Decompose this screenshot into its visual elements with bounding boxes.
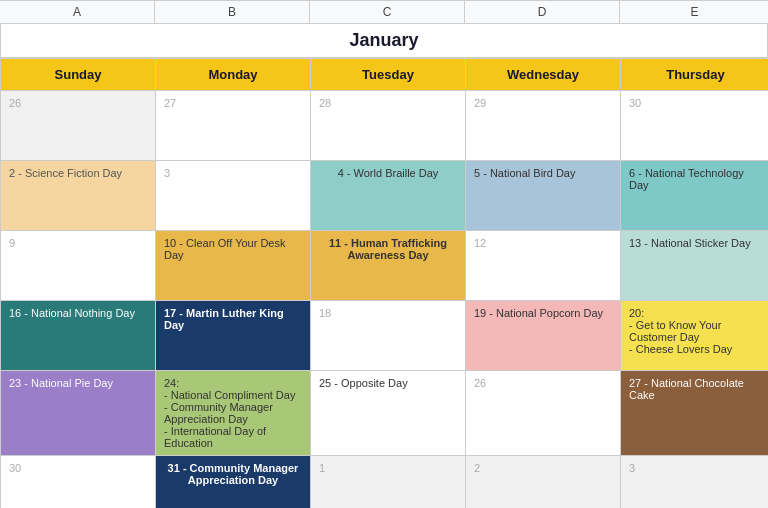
cell-jan13: 13 - National Sticker Day <box>621 231 768 301</box>
col-header-c: C <box>310 0 465 23</box>
cell-jan31: 31 - Community Manager Appreciation Day <box>156 456 311 508</box>
col-header-d: D <box>465 0 620 23</box>
month-title-row: January <box>0 24 768 58</box>
cell-feb3: 3 <box>621 456 768 508</box>
cell-jan26: 26 <box>466 371 621 456</box>
cell-jan19: 19 - National Popcorn Day <box>466 301 621 371</box>
cell-jan4: 4 - World Braille Day <box>311 161 466 231</box>
cell-jan17: 17 - Martin Luther King Day <box>156 301 311 371</box>
col-header-b: B <box>155 0 310 23</box>
cell-jan5: 5 - National Bird Day <box>466 161 621 231</box>
cell-jan10: 10 - Clean Off Your Desk Day <box>156 231 311 301</box>
cell-26-prev: 26 <box>1 91 156 161</box>
header-sunday: Sunday <box>1 58 156 91</box>
cell-feb1: 1 <box>311 456 466 508</box>
cell-jan20: 20:- Get to Know Your Customer Day- Chee… <box>621 301 768 371</box>
cell-jan11: 11 - Human Trafficking Awareness Day <box>311 231 466 301</box>
cell-jan3: 3 <box>156 161 311 231</box>
cell-jan30: 30 <box>1 456 156 508</box>
header-thursday: Thursday <box>621 58 768 91</box>
cell-29-prev: 29 <box>466 91 621 161</box>
cell-28-prev: 28 <box>311 91 466 161</box>
col-header-a: A <box>0 0 155 23</box>
cell-27-prev: 27 <box>156 91 311 161</box>
cell-jan24: 24:- National Compliment Day- Community … <box>156 371 311 456</box>
cell-jan12: 12 <box>466 231 621 301</box>
cell-jan2: 2 - Science Fiction Day <box>1 161 156 231</box>
header-tuesday: Tuesday <box>311 58 466 91</box>
cell-jan25: 25 - Opposite Day <box>311 371 466 456</box>
cell-jan6: 6 - National Technology Day <box>621 161 768 231</box>
month-title: January <box>349 30 418 50</box>
header-monday: Monday <box>156 58 311 91</box>
cell-feb2: 2 <box>466 456 621 508</box>
cell-jan16: 16 - National Nothing Day <box>1 301 156 371</box>
header-wednesday: Wednesday <box>466 58 621 91</box>
col-headers: A B C D E <box>0 0 768 24</box>
col-header-e: E <box>620 0 768 23</box>
calendar-grid: Sunday Monday Tuesday Wednesday Thursday… <box>0 58 768 508</box>
cell-jan18: 18 <box>311 301 466 371</box>
cell-jan23: 23 - National Pie Day <box>1 371 156 456</box>
cell-30-prev: 30 <box>621 91 768 161</box>
cell-jan27: 27 - National Chocolate Cake <box>621 371 768 456</box>
cell-jan9: 9 <box>1 231 156 301</box>
